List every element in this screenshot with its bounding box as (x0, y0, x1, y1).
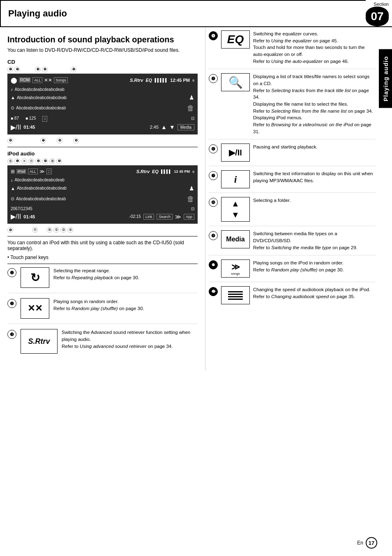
right-feature-folder: ❽ ▲ ▼ Selecting a folder. (209, 197, 376, 226)
right-callout-4: ❹ (209, 31, 218, 40)
cd-tri-up: ▲ (161, 124, 167, 130)
footer-lang: En (357, 540, 363, 546)
ipod-tracks: ♪ Abcdeabcdeabcdeabcdeab ▲ Abcdeabcdeabc… (11, 176, 194, 206)
ipod-up-icon: ▲ (11, 185, 15, 192)
ipod-track-2: ▲ Abcdeabcdeabcdeabcdeab ♟ (11, 184, 194, 193)
feature-num-1: ❶ (7, 268, 16, 277)
ipod-person-icon: ♟ (189, 184, 194, 193)
cd-time: 12:45 PM (170, 78, 190, 83)
cd-num-4: ❹ (42, 67, 48, 72)
ip-num-1: ❶ (14, 158, 20, 164)
cd-all-label: ALL (32, 77, 42, 83)
ipod-track-1-text: Abcdeabcdeabcdeabcdeab (15, 177, 65, 183)
ipod-songs-label: □ (46, 169, 52, 174)
cd-circle-icon: ⊙ (11, 104, 14, 112)
section-label: Section (374, 2, 389, 7)
right-feature-playpause: ❻ ▶/II Pausing and starting playback. (209, 144, 376, 166)
sect-divider-1 (7, 147, 198, 147)
cd-tracks: ♪ Abcdeabcdeabcdeabcdeab ▲ Abcdeabcdeabc… (11, 85, 194, 115)
cd-shuffle-icon: ✕✕ (44, 77, 52, 83)
ipod-label: iPod audio (7, 151, 198, 157)
cd-track-3-text: Abcdeabcdeabcdeabcdeab (16, 105, 66, 111)
ipod-circle-icon: ⊙ (11, 195, 14, 203)
right-desc-eq: Switching the equalizer curves. Refer to… (253, 30, 376, 65)
bullet-dot: • (7, 255, 9, 260)
cd-diagram: ⬤ ROM ALL ✕✕ Songs S.Rtrv EQ ▌▌▌▌▌ 12:45… (7, 74, 198, 134)
folder-tri-up: ▲ (231, 199, 240, 208)
audiobook-bar-4 (228, 299, 243, 300)
cd-controls: ▶/II 01:45 2:45 ▲ ▼ Media (11, 123, 194, 131)
ipod-signal: ▌▌▌▌ (161, 169, 172, 174)
feature-icon-repeat: ↻ (21, 267, 49, 288)
right-icon-audiobook (221, 286, 250, 304)
cd-num-8: ❽ (57, 138, 62, 144)
right-desc-info: Switching the text information to displa… (253, 170, 376, 184)
cd-remaining: 2:45 (150, 125, 159, 130)
ipod-app-btn: App (184, 214, 194, 220)
ipod-controls: ▶/II 01:45 -02:15 Link Search ≫ App (11, 213, 194, 220)
ipod-all-label: ALL (28, 169, 38, 174)
cd-track-1-text: Abcdeabcdeabcdeabcdeab (15, 86, 65, 93)
ip-num-5: ❺ (56, 158, 62, 164)
right-feature-random: ❿ ≫ songs Playing songs on the iPod in r… (209, 259, 376, 282)
cd-play-icon: ▶/II (11, 123, 21, 131)
ipod-time: 12 45 PM (174, 169, 190, 174)
ipod-diag-icons: ⊞ iPod ALL ≫ □ (11, 169, 52, 174)
right-feature-media: ❾ Media Switching between media file typ… (209, 230, 376, 255)
cd-diag-row1: ⬤ ROM ALL ✕✕ Songs S.Rtrv EQ ▌▌▌▌▌ 12:45… (11, 77, 194, 83)
cd-antenna: a (192, 78, 194, 82)
touch-panel-text: Touch panel keys (10, 255, 48, 260)
right-feature-audiobook: ⓫ Changing the speed of audiobook playba… (209, 286, 376, 308)
ipod-shuffle-icon: ≫ (39, 169, 45, 174)
right-callout-11: ⓫ (209, 287, 218, 296)
cd-elapsed: 01:45 (23, 125, 35, 130)
ipod-note-icon: ♪ (11, 177, 13, 184)
right-callout-8: ❽ (209, 198, 218, 207)
right-icon-playpause: ▶/II (221, 144, 250, 162)
sect-divider-3 (7, 264, 198, 264)
ipod-search-btn: Search (157, 214, 173, 220)
cd-info-btn: i (42, 116, 47, 122)
cd-rom-icon: ⬤ (11, 77, 17, 83)
ip-bot-6: ❻ (7, 227, 13, 233)
right-icon-mag: 🔍 (221, 73, 250, 91)
ipod-diagram: ⊞ iPod ALL ≫ □ S.Rtrv EQ ▌▌▌▌ 12 45 PM a… (7, 165, 198, 224)
right-desc-folder: Selecting a folder. (253, 197, 376, 204)
touch-panel: • Touch panel keys (7, 255, 198, 260)
ipod-bottom-num-row: ❻ ⑰ ⑯ ⑫ ⑬ ⑭ (7, 227, 198, 233)
cable-note: You can control an iPod with this unit b… (7, 240, 198, 251)
feature-desc-shuffle: Playing songs in random order. Refer to … (53, 298, 144, 312)
cd-songs-label: Songs (54, 77, 68, 83)
ipod-link-btn: Link (143, 214, 154, 220)
cd-diag-icons: ⬤ ROM ALL ✕✕ Songs (11, 77, 68, 83)
cd-track-1: ♪ Abcdeabcdeabcdeabcdeab (11, 86, 194, 93)
cd-trash-icon: 🗑 (187, 102, 194, 114)
cd-num-2: ❷ (14, 67, 20, 72)
feature-repeat: ❶ ↻ Selecting the repeat range. Refer to… (7, 267, 198, 293)
cd-tri-down: ▼ (169, 124, 175, 130)
right-desc-playpause: Pausing and starting playback. (253, 144, 376, 151)
feature-desc-repeat: Selecting the repeat range. Refer to Rep… (53, 267, 139, 281)
cd-label: CD (7, 59, 198, 65)
ipod-srtrv: S.Rtrv (136, 169, 150, 174)
ipod-remaining: -02:15 (129, 214, 141, 219)
cd-num-3: ❸ (35, 67, 41, 72)
page-header: Playing audio Section 07 (0, 0, 392, 27)
right-column: ❹ EQ Switching the equalizer curves. Ref… (205, 27, 392, 371)
section-number: 07 (366, 7, 389, 26)
right-desc-media: Switching between media file types on a … (253, 230, 376, 251)
side-tab: Playing audio (379, 49, 392, 108)
left-column: Introduction of sound playback operation… (0, 27, 205, 371)
cd-num-6: ❻ (7, 138, 13, 144)
right-icon-info: i (221, 170, 250, 188)
ipod-antenna: a (192, 169, 194, 174)
cd-track-2: ▲ Abcdeabcdeabcdeabcdeab ♟ (11, 93, 194, 102)
right-feature-eq: ❹ EQ Switching the equalizer curves. Ref… (209, 30, 376, 69)
ip-num-18: ⑱ (49, 158, 55, 164)
cd-track-3: ⊙ Abcdeabcdeabcdeabcdeab 🗑 (11, 102, 194, 114)
right-desc-mag: Displaying a list of track titles/file n… (253, 73, 376, 135)
cd-up-icon: ▲ (11, 94, 15, 102)
ip-bot-16: ⑯ (46, 227, 52, 233)
ipod-diag-row1: ⊞ iPod ALL ≫ □ S.Rtrv EQ ▌▌▌▌ 12 45 PM a (11, 169, 194, 174)
random-songs-label: songs (231, 272, 240, 276)
